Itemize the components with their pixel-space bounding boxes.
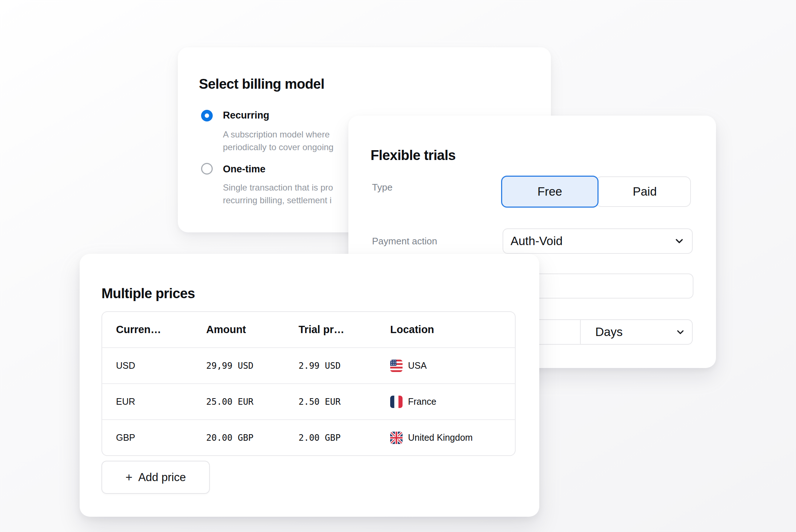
amount-cell: 29,99 USD [192,361,285,371]
chevron-down-icon [675,239,683,244]
add-price-button[interactable]: + Add price [101,461,210,494]
one-time-radio-label[interactable]: One-time [223,164,265,175]
trial-price-column-header: Trial pr… [285,324,376,336]
table-row-eur: EUR 25.00 EUR 2.50 EUR France [102,383,515,419]
location-column-header: Location [376,324,515,336]
location-cell: USA [408,360,427,371]
add-price-button-label: Add price [138,471,186,484]
trial-price-cell: 2.99 USD [285,361,376,371]
table-row-usd: USD 29,99 USD 2.99 USD [102,347,515,383]
one-time-description-line2: recurring billing, settlement i [223,194,333,207]
amount-column-header: Amount [192,324,285,336]
location-cell: United Kingdom [408,432,473,443]
plus-icon: + [125,471,132,484]
multiple-prices-card: Multiple prices Curren… Amount Trial pr…… [80,254,539,517]
recurring-description-line2: periodically to cover ongoing [223,141,333,153]
recurring-description: A subscription model where periodically … [223,128,333,153]
one-time-description-line1: Single transaction that is pro [223,181,333,194]
prices-table-header-row: Curren… Amount Trial pr… Location [102,312,515,347]
trial-period-unit-value: Days [595,325,677,339]
recurring-radio-label[interactable]: Recurring [223,110,269,121]
one-time-description: Single transaction that is pro recurring… [223,181,333,207]
location-cell: France [408,396,436,407]
chevron-down-icon [677,330,684,335]
trial-type-free-button[interactable]: Free [501,176,599,208]
currency-cell: USD [102,360,192,371]
payment-action-field-label: Payment action [372,236,437,247]
trials-card-title: Flexible trials [371,148,456,163]
amount-cell: 20.00 GBP [192,433,285,443]
recurring-radio[interactable] [201,110,213,121]
currency-column-header: Curren… [102,324,192,336]
usa-flag-icon [390,360,403,372]
table-row-gbp: GBP 20.00 GBP 2.00 GBP United K [102,419,515,455]
trial-price-cell: 2.50 EUR [285,397,376,407]
currency-cell: EUR [102,396,192,407]
one-time-radio[interactable] [201,163,213,175]
uk-flag-icon [390,432,403,444]
amount-cell: 25.00 EUR [192,397,285,407]
payment-action-select[interactable]: Auth-Void [503,228,693,254]
recurring-description-line1: A subscription model where [223,128,333,141]
trial-period-unit-select[interactable]: Days [580,320,692,344]
trial-type-segmented-control: Free Paid [501,176,691,208]
billing-card-title: Select billing model [199,76,324,92]
currency-cell: GBP [102,432,192,443]
prices-table: Curren… Amount Trial pr… Location USD 29… [101,311,516,456]
prices-card-title: Multiple prices [101,286,195,301]
france-flag-icon [390,396,403,408]
type-field-label: Type [372,182,392,193]
trial-type-paid-button[interactable]: Paid [596,176,691,207]
payment-action-value: Auth-Void [511,234,675,248]
trial-price-cell: 2.00 GBP [285,433,376,443]
